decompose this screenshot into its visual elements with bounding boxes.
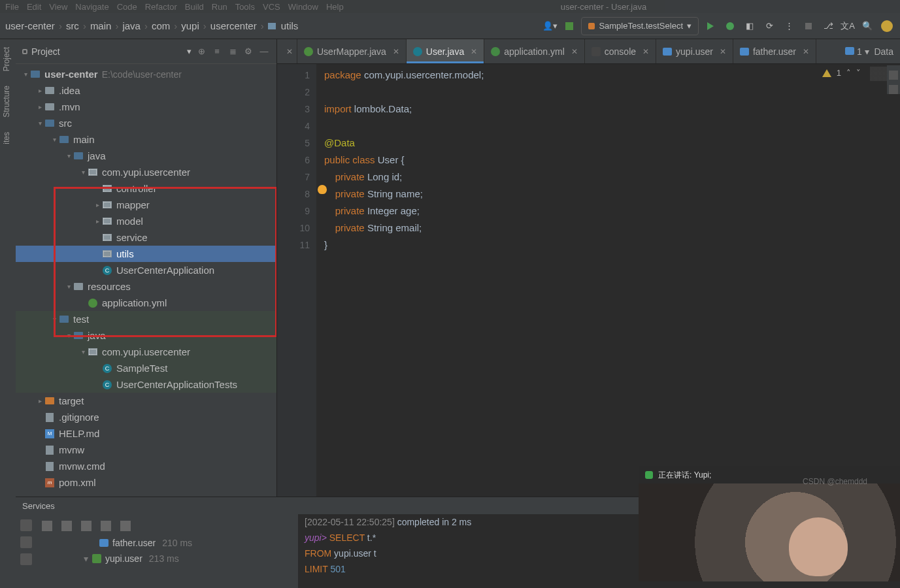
stop-button[interactable] [801,18,816,34]
query-row[interactable]: father.user210 ms [37,535,298,551]
inspection-widget[interactable]: 1 ˄ ˅ [822,68,861,78]
breadcrumb-item[interactable]: src [66,20,79,31]
tree-item-application-yml[interactable]: •application.yml [16,295,276,311]
toolwindow-project[interactable]: Project [0,43,16,75]
tab-User-java[interactable]: User.java✕ [407,39,484,63]
close-icon[interactable]: ✕ [803,47,809,56]
tree-item-mvnw-cmd[interactable]: •mvnw.cmd [16,458,276,474]
plus-icon[interactable] [889,71,898,80]
code-content[interactable]: package com.yupi.usercenter.model; impor… [316,64,900,497]
profile-button[interactable]: ⟳ [761,18,777,34]
tree-item-resources[interactable]: ▾resources [16,278,276,295]
tree-item-com-yupi-usercenter[interactable]: ▾com.yupi.usercenter [16,164,276,180]
menu-vcs[interactable]: VCS [263,2,280,12]
collapse-icon[interactable] [61,521,72,531]
services-tree[interactable]: father.user210 ms▾yupi.user213 ms [37,514,298,588]
attach-button[interactable]: ⋮ [781,18,797,34]
tree-item--gitignore[interactable]: •.gitignore [16,409,276,425]
breadcrumb-item[interactable]: java [122,20,141,31]
expand-all-icon[interactable]: ≡ [211,46,223,57]
breadcrumb-item[interactable]: user-center [5,20,55,31]
refresh-icon[interactable] [20,553,32,565]
layout-icon[interactable] [101,521,111,531]
menu-help[interactable]: Help [326,2,344,12]
menu-refactor[interactable]: Refactor [145,2,177,12]
expand-icon[interactable] [42,521,52,531]
tree-item-controller[interactable]: •controller [16,180,276,197]
tree-item-test[interactable]: ▾test [16,311,276,327]
tree-root[interactable]: ▾ user-center E:\code\user-center [16,66,276,82]
tree-item-UserCenterApplicationTests[interactable]: •CUserCenterApplicationTests [16,376,276,393]
tab-yupi-user[interactable]: yupi.user✕ [656,39,733,63]
check-icon[interactable] [20,536,32,548]
breadcrumb[interactable]: user-center›src›main›java›com›yupi›userc… [5,20,542,31]
menu-build[interactable]: Build [185,2,204,12]
menu-window[interactable]: Window [288,2,318,12]
close-icon[interactable]: ✕ [642,47,649,56]
collapse-all-icon[interactable]: ≣ [227,46,239,57]
tab-UserMapper-java[interactable]: UserMapper.java✕ [297,39,407,63]
tree-item-UserCenterApplication[interactable]: •CUserCenterApplication [16,262,276,278]
tree-item-mvnw[interactable]: •mvnw [16,442,276,458]
menu-code[interactable]: Code [117,2,137,12]
coverage-button[interactable]: ◧ [742,18,758,34]
menu-navigate[interactable]: Navigate [75,2,108,12]
menu-file[interactable]: File [5,2,19,12]
toolwindow-ites[interactable]: ites [0,128,16,148]
run-config-selector[interactable]: SampleTest.testSelect ▾ [581,17,699,35]
tree-item-com-yupi-usercenter[interactable]: ▾com.yupi.usercenter [16,344,276,360]
debug-button[interactable] [722,18,738,34]
intention-bulb-icon[interactable] [318,185,327,194]
tree-item-utils[interactable]: •utils [16,246,276,262]
menu-edit[interactable]: Edit [27,2,41,12]
tree-item-java[interactable]: ▾java [16,327,276,344]
avatar-icon[interactable] [879,18,895,34]
breadcrumb-item[interactable]: com [152,20,170,31]
close-icon[interactable]: ✕ [286,47,293,56]
chevron-down-icon[interactable] [889,85,898,94]
close-icon[interactable]: ✕ [393,47,399,56]
search-icon[interactable]: 🔍 [859,18,875,34]
tree-item-model[interactable]: ▸model [16,213,276,229]
close-icon[interactable]: ✕ [571,47,578,56]
tabs-more[interactable]: 1 ▾ Data [839,46,900,57]
tree-item-HELP-md[interactable]: •MHELP.md [16,425,276,442]
tree-item--mvn[interactable]: ▸.mvn [16,99,276,115]
tree-item-src[interactable]: ▾src [16,115,276,131]
tree-item-target[interactable]: ▸target [16,393,276,409]
user-icon[interactable]: 👤▾ [542,18,558,34]
add-icon[interactable] [120,521,131,531]
tree-item-main[interactable]: ▾main [16,131,276,148]
gear-icon[interactable]: ⚙ [242,46,254,57]
menu-tools[interactable]: Tools [235,2,255,12]
tab-father-user[interactable]: father.user✕ [733,39,816,63]
locate-icon[interactable]: ⊕ [195,46,207,57]
menu-run[interactable]: Run [212,2,227,12]
menu-view[interactable]: View [49,2,67,12]
tree-item-SampleTest[interactable]: •CSampleTest [16,360,276,376]
toolwindow-structure[interactable]: Structure [0,82,16,122]
tree-item-pom-xml[interactable]: •mpom.xml [16,474,276,491]
tree-item-mapper[interactable]: ▸mapper [16,197,276,213]
breadcrumb-item[interactable]: main [90,20,112,31]
chevron-down-icon[interactable]: ▾ [187,46,192,56]
project-tree[interactable]: ▾ user-center E:\code\user-center ▸.idea… [16,64,276,497]
next-highlight-icon[interactable]: ˅ [856,68,861,78]
group-icon[interactable] [81,521,92,531]
prev-highlight-icon[interactable]: ˄ [846,68,851,78]
tab-application-yml[interactable]: application.yml✕ [484,39,585,63]
translate-icon[interactable]: 文A [840,18,856,34]
tree-item-service[interactable]: •service [16,229,276,246]
query-row[interactable]: ▾yupi.user213 ms [37,551,298,566]
breadcrumb-item[interactable]: utils [281,20,299,31]
breadcrumb-item[interactable]: usercenter [210,20,257,31]
breadcrumb-item[interactable]: yupi [181,20,199,31]
close-icon[interactable]: ✕ [720,47,726,56]
tab-console[interactable]: console✕ [585,39,656,63]
run-button[interactable] [703,18,718,34]
git-branch-icon[interactable]: ⎇ [820,18,836,34]
filter-icon[interactable] [20,519,32,531]
hide-icon[interactable]: — [258,46,270,57]
close-icon[interactable]: ✕ [471,47,477,56]
build-icon[interactable] [561,18,577,34]
